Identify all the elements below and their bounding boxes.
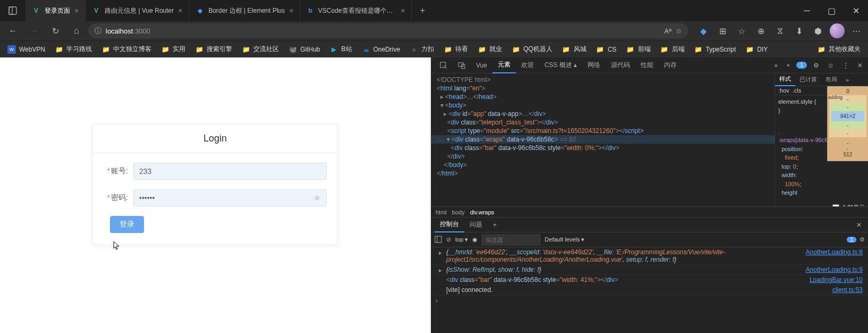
devtools-close-icon[interactable]: ✕ [855,62,865,69]
bookmark-item[interactable]: 📁实用 [157,42,190,57]
window-maximize-button[interactable]: ▢ [819,0,844,21]
drawer-add-tab-icon[interactable]: + [488,218,502,232]
dom-line[interactable]: ▾ <body> [431,101,775,110]
bookmark-item[interactable]: 🐙GitHub [284,42,324,57]
bookmark-item[interactable]: ⟐力扣 [405,42,438,57]
bookmark-item[interactable]: ☁OneDrive [358,42,405,57]
console-context-select[interactable]: top ▾ [455,236,468,243]
issues-badge[interactable]: 1 [796,62,807,69]
dom-line[interactable]: </html> [431,169,775,178]
devtools-tab-performance[interactable]: 性能 [635,57,659,73]
console-live-icon[interactable]: ◉ [472,236,478,243]
window-minimize-button[interactable]: ─ [795,0,819,21]
devtools-tab-vue[interactable]: Vue [471,57,492,73]
dom-line-selected[interactable]: … ▾ <div class="wraps" data-v-96c6b58c> … [431,135,775,144]
bookmark-item[interactable]: 📁后端 [656,42,689,57]
device-toggle-icon[interactable] [453,57,471,73]
bookmark-overflow[interactable]: 📁 其他收藏夹 [813,45,865,54]
more-icon[interactable]: ⋮ [840,62,851,69]
expand-icon[interactable]: ▸ [439,249,442,256]
forward-button[interactable]: → [24,22,44,39]
console-sidebar-toggle-icon[interactable] [435,236,442,244]
console-line[interactable]: client.ts:53 [vite] connected. [431,285,868,295]
reload-button[interactable]: ↻ [46,22,65,39]
dom-line[interactable]: <html lang="en"> [431,84,775,93]
settings-icon[interactable]: ⚙ [811,62,821,69]
addon-icon[interactable]: ⬢ [810,22,827,39]
rewards-icon[interactable]: ◆ [695,22,712,39]
console-levels-select[interactable]: Default levels ▾ [544,236,584,243]
tab-manager-button[interactable] [0,0,25,21]
styles-tab-overflow-icon[interactable]: » [841,73,853,86]
tab-login[interactable]: V 登录页面 × [25,0,86,21]
tab-vue-router[interactable]: V 路由元信息 | Vue Router × [86,0,189,21]
dom-line[interactable]: </body> [431,161,775,169]
console-issues-badge[interactable]: 1 [847,237,856,243]
console-settings-icon[interactable]: ⚙ [860,236,865,243]
devtools-tab-sources[interactable]: 源代码 [606,57,635,73]
drawer-tab-console[interactable]: 控制台 [435,218,464,232]
source-link[interactable]: LoadingBar.vue:10 [810,276,863,284]
tab-close-icon[interactable]: × [401,6,405,15]
devtools-tab-welcome[interactable]: 欢迎 [516,57,539,73]
window-close-button[interactable]: ✕ [844,0,868,21]
bookmark-item[interactable]: 📁学习路线 [50,42,96,57]
info-icon[interactable]: ⓘ [95,26,101,36]
tab-close-icon[interactable]: × [74,6,79,15]
favorites-icon[interactable]: ☆ [733,22,750,39]
bookmark-item[interactable]: 📁待看 [439,42,472,57]
bookmark-item[interactable]: 📁CS [592,42,621,57]
console-output[interactable]: ▸ AnotherLoading.ts:8 {__hmrId: 'ee646d2… [431,247,868,333]
console-line[interactable]: LoadingBar.vue:10 <div class="bar" data-… [431,275,868,285]
console-filter-input[interactable] [482,235,540,245]
dom-line[interactable]: <div class="teleport_class_test"></div> [431,118,775,127]
menu-icon[interactable]: ⋯ [848,22,865,39]
home-button[interactable]: ⌂ [67,22,86,39]
source-link[interactable]: client.ts:53 [832,286,863,294]
bookmark-item[interactable]: 📁就业 [473,42,506,57]
star-icon[interactable]: ☆ [676,27,682,35]
console-line[interactable]: ▸ AnotherLoading.ts:9 {isShow: RefImpl, … [431,265,868,275]
bookmark-item[interactable]: 📁交流社区 [237,42,283,57]
breadcrumb-item[interactable]: body [452,209,465,215]
devtools-tab-elements[interactable]: 元素 [492,57,516,73]
styles-tab-layout[interactable]: 布局 [821,73,841,86]
dom-line[interactable]: <!DOCTYPE html> [431,76,775,84]
bookmark-item[interactable]: ▶B站 [326,42,356,57]
downloads-icon[interactable]: ⬇ [790,22,807,39]
devtools-tab-memory[interactable]: 内存 [659,57,682,73]
feedback-icon[interactable]: ☺ [826,62,836,69]
element-picker-icon[interactable] [435,57,453,73]
url-input[interactable]: ⓘ localhost:3000 Aª ☆ [88,23,688,38]
show-all-checkbox[interactable]: 全部显示 [832,204,865,206]
dom-tree[interactable]: <!DOCTYPE html> <html lang="en"> ▸ <head… [431,73,775,206]
password-input[interactable]: •••••• 👁 [133,189,327,206]
console-prompt[interactable]: › [431,295,868,306]
breadcrumb-item[interactable]: html [436,209,447,215]
devtools-tab-network[interactable]: 网络 [582,57,606,73]
tab-element-plus[interactable]: ◆ Border 边框 | Element Plus × [189,0,300,21]
extensions-icon[interactable]: ⊞ [714,22,731,39]
bookmark-item[interactable]: 📁搜索引擎 [191,42,236,57]
drawer-close-icon[interactable]: ✕ [853,221,865,229]
console-line[interactable]: ▸ AnotherLoading.ts:8 {__hmrId: 'ee646d2… [431,247,868,265]
read-aloud-icon[interactable]: Aª [665,27,671,35]
eye-icon[interactable]: 👁 [313,194,321,203]
collections-icon[interactable]: ⊕ [752,22,769,39]
bookmark-item[interactable]: WWebVPN [3,42,49,57]
tab-close-icon[interactable]: × [289,6,293,15]
bookmark-item[interactable]: 📁风城 [558,42,591,57]
tab-vscode[interactable]: b VSCode查看报错是哪个插件报的 × [300,0,412,21]
back-button[interactable]: ← [3,22,22,39]
dom-line[interactable]: ▸ <head>…</head> [431,93,775,101]
cls-toggle[interactable]: .cls [793,87,802,94]
source-link[interactable]: AnotherLoading.ts:8 [806,248,863,256]
source-link[interactable]: AnotherLoading.ts:9 [806,266,863,273]
dom-line[interactable]: <div class="bar" data-v-96c6b58c style="… [431,144,775,152]
styles-tab-styles[interactable]: 样式 [775,73,795,86]
profile-avatar[interactable] [829,22,846,39]
new-tab-button[interactable]: + [412,0,433,21]
bookmark-item[interactable]: 📁TypeScript [690,42,741,57]
bookmark-item[interactable]: 📁中文独立博客 [97,42,156,57]
breadcrumb-item[interactable]: div.wraps [470,209,495,215]
